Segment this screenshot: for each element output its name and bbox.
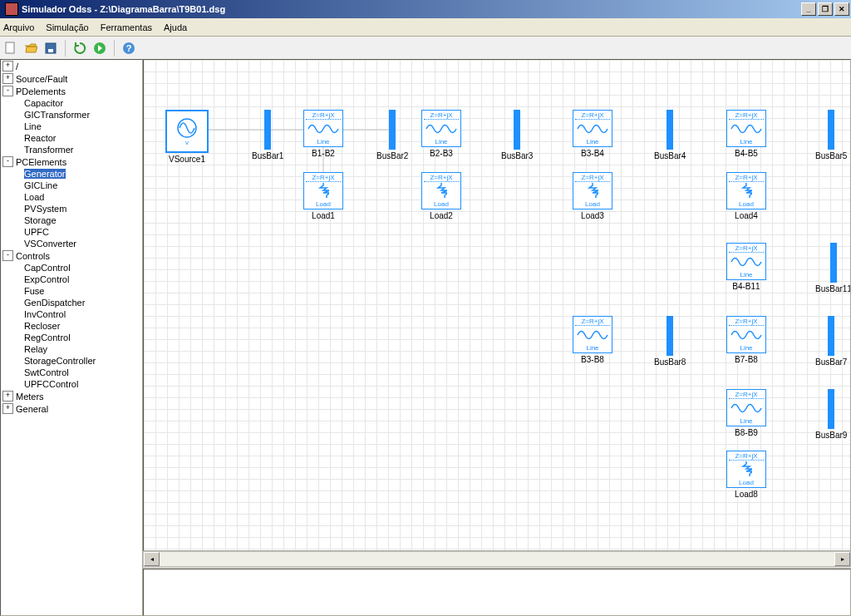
tree-upfccontrol[interactable]: UPFCControl bbox=[24, 379, 78, 389]
menubar: Arquivo Simulação Ferramentas Ajuda bbox=[0, 18, 851, 37]
menu-ferramentas[interactable]: Ferramentas bbox=[101, 22, 152, 32]
maximize-button[interactable]: ❐ bbox=[818, 2, 833, 16]
tree-root[interactable]: / bbox=[16, 62, 18, 71]
busbar2-node[interactable]: BusBar2 bbox=[376, 110, 408, 160]
tree-generator[interactable]: Generator bbox=[24, 169, 66, 179]
line-b3b4-node[interactable]: Z=R+jXLineB3-B4 bbox=[573, 110, 612, 158]
line-b3b8-node[interactable]: Z=R+jXLineB3-B8 bbox=[573, 316, 612, 364]
help-icon[interactable]: ? bbox=[121, 41, 136, 56]
refresh-icon[interactable] bbox=[72, 41, 87, 56]
close-button[interactable]: ✕ bbox=[834, 2, 849, 16]
line-b7b8-node[interactable]: Z=R+jXLineB7-B8 bbox=[726, 316, 766, 364]
load8-node[interactable]: Z=R+jXLoadLoad8 bbox=[726, 451, 766, 499]
tree-capcontrol[interactable]: CapControl bbox=[24, 263, 71, 273]
tree-reactor[interactable]: Reactor bbox=[24, 133, 57, 143]
tree-pcelements[interactable]: PCElements bbox=[16, 157, 66, 167]
svg-rect-0 bbox=[6, 42, 14, 53]
expand-icon[interactable]: + bbox=[2, 391, 13, 402]
tree-invcontrol[interactable]: InvControl bbox=[24, 309, 66, 319]
line-b1b2-node[interactable]: Z=R+jXLineB1-B2 bbox=[303, 110, 343, 158]
diagram-canvas[interactable]: v VSource1 BusBar1 Z=R+jXLineB1-B2 BusBa… bbox=[143, 59, 851, 551]
tree-line[interactable]: Line bbox=[24, 121, 42, 131]
line-b2b3-node[interactable]: Z=R+jXLineB2-B3 bbox=[421, 110, 461, 158]
new-icon[interactable] bbox=[3, 41, 18, 56]
tree-pvsystem[interactable]: PVSystem bbox=[24, 204, 66, 214]
line-b4b11-node[interactable]: Z=R+jXLineB4-B11 bbox=[726, 243, 766, 291]
busbar4-node[interactable]: BusBar4 bbox=[654, 110, 686, 160]
element-tree[interactable]: +/ +Source/Fault -PDelements Capacitor G… bbox=[0, 59, 143, 616]
svg-text:?: ? bbox=[126, 43, 132, 53]
save-icon[interactable] bbox=[43, 41, 58, 56]
busbar9-node[interactable]: BusBar9 bbox=[815, 389, 847, 440]
toolbar-separator-2 bbox=[114, 40, 115, 57]
tree-transformer[interactable]: Transformer bbox=[24, 145, 74, 155]
expand-icon[interactable]: + bbox=[2, 73, 13, 84]
menu-simulacao[interactable]: Simulação bbox=[46, 22, 88, 32]
tree-recloser[interactable]: Recloser bbox=[24, 321, 60, 331]
open-icon[interactable] bbox=[23, 41, 38, 56]
load4-node[interactable]: Z=R+jXLoadLoad4 bbox=[726, 172, 766, 220]
tree-vsconverter[interactable]: VSConverter bbox=[24, 239, 76, 249]
vsource-node[interactable]: v VSource1 bbox=[165, 110, 209, 164]
tree-storage[interactable]: Storage bbox=[24, 215, 57, 225]
tree-capacitor[interactable]: Capacitor bbox=[24, 98, 63, 108]
collapse-icon[interactable]: - bbox=[2, 156, 13, 167]
scroll-right-icon[interactable]: ▸ bbox=[834, 552, 850, 566]
tree-general[interactable]: General bbox=[16, 404, 48, 414]
svg-rect-2 bbox=[48, 49, 53, 52]
app-icon bbox=[5, 2, 18, 16]
scroll-track[interactable] bbox=[160, 552, 834, 566]
tree-pdelements[interactable]: PDelements bbox=[16, 86, 66, 96]
tree-expcontrol[interactable]: ExpControl bbox=[24, 274, 69, 284]
menu-arquivo[interactable]: Arquivo bbox=[3, 22, 34, 32]
tree-load[interactable]: Load bbox=[24, 192, 44, 202]
load2-node[interactable]: Z=R+jXLoadLoad2 bbox=[421, 172, 461, 220]
status-panel bbox=[143, 569, 851, 616]
toolbar-separator bbox=[65, 40, 66, 57]
tree-relay[interactable]: Relay bbox=[24, 344, 47, 354]
tree-upfc[interactable]: UPFC bbox=[24, 227, 49, 237]
load1-node[interactable]: Z=R+jXLoadLoad1 bbox=[303, 172, 343, 220]
tree-meters[interactable]: Meters bbox=[16, 392, 44, 402]
tree-controls[interactable]: Controls bbox=[16, 251, 50, 261]
load3-node[interactable]: Z=R+jXLoadLoad3 bbox=[573, 172, 612, 220]
busbar3-node[interactable]: BusBar3 bbox=[501, 110, 533, 160]
horizontal-scrollbar[interactable]: ◂ ▸ bbox=[143, 551, 851, 567]
line-b8b9-node[interactable]: Z=R+jXLineB8-B9 bbox=[726, 389, 766, 437]
tree-regcontrol[interactable]: RegControl bbox=[24, 333, 71, 342]
tree-swtcontrol[interactable]: SwtControl bbox=[24, 367, 69, 377]
toolbar: ? bbox=[0, 37, 851, 61]
expand-icon[interactable]: + bbox=[2, 61, 13, 71]
busbar11-node[interactable]: BusBar11 bbox=[815, 243, 851, 293]
menu-ajuda[interactable]: Ajuda bbox=[164, 22, 187, 32]
collapse-icon[interactable]: - bbox=[2, 250, 13, 261]
line-b4b5-node[interactable]: Z=R+jXLineB4-B5 bbox=[726, 110, 766, 158]
tree-gendispatcher[interactable]: GenDispatcher bbox=[24, 298, 85, 308]
run-icon[interactable] bbox=[92, 41, 107, 56]
busbar7-node[interactable]: BusBar7 bbox=[815, 316, 847, 367]
busbar1-node[interactable]: BusBar1 bbox=[252, 110, 283, 160]
tree-gicline[interactable]: GICLine bbox=[24, 180, 57, 190]
tree-sourcefault[interactable]: Source/Fault bbox=[16, 74, 67, 84]
window-title: Simulador Odss - Z:\DiagramaBarra\T9B01.… bbox=[22, 4, 799, 14]
collapse-icon[interactable]: - bbox=[2, 86, 13, 96]
titlebar: Simulador Odss - Z:\DiagramaBarra\T9B01.… bbox=[0, 0, 851, 18]
minimize-button[interactable]: _ bbox=[801, 2, 816, 16]
tree-storagecontroller[interactable]: StorageController bbox=[24, 356, 96, 366]
expand-icon[interactable]: + bbox=[2, 403, 13, 414]
scroll-left-icon[interactable]: ◂ bbox=[144, 552, 160, 566]
tree-gictransformer[interactable]: GICTransformer bbox=[24, 110, 90, 120]
tree-fuse[interactable]: Fuse bbox=[24, 286, 44, 296]
busbar8-node[interactable]: BusBar8 bbox=[654, 316, 686, 367]
busbar5-node[interactable]: BusBar5 bbox=[815, 110, 847, 160]
